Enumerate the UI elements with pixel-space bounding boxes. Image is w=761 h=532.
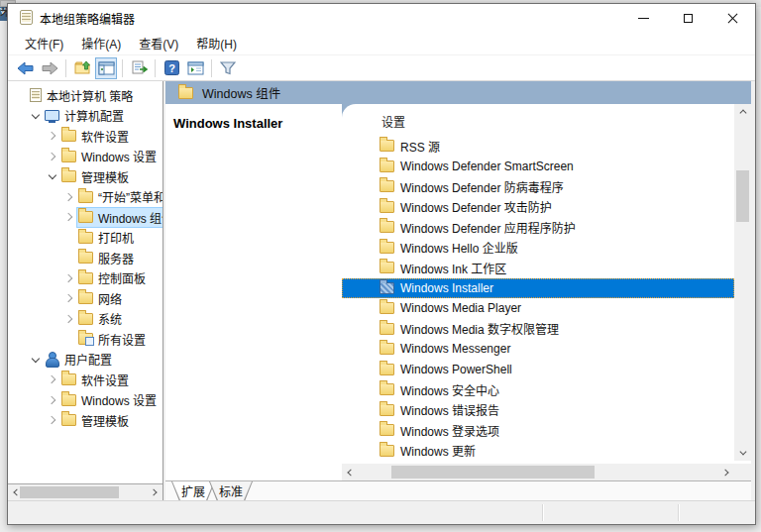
expander-chevron-icon[interactable]: [46, 414, 58, 427]
settings-list-item[interactable]: Windows Hello 企业版: [342, 238, 734, 259]
expander-chevron-icon[interactable]: [62, 292, 75, 305]
settings-list-item[interactable]: Windows Defender 攻击防护: [342, 197, 734, 218]
settings-list-item[interactable]: Windows PowerShell: [342, 360, 734, 380]
tree-item[interactable]: 打印机: [8, 228, 163, 249]
tree-item[interactable]: 管理模板: [8, 166, 163, 187]
expander-chevron-icon[interactable]: [62, 252, 75, 265]
expander-chevron-icon[interactable]: [29, 353, 42, 366]
settings-list-item[interactable]: Windows Media 数字权限管理: [342, 319, 734, 340]
maximize-button[interactable]: [666, 4, 710, 32]
settings-list-item[interactable]: RSS 源: [342, 136, 734, 157]
tree-item-label: 所有设置: [98, 331, 146, 348]
tree-item[interactable]: 控制面板: [8, 268, 163, 289]
folder-icon: [61, 373, 76, 385]
settings-list-item[interactable]: Windows Defender SmartScreen: [342, 157, 734, 177]
expander-chevron-icon[interactable]: [46, 373, 58, 386]
tree-item[interactable]: 本地计算机 策略: [8, 85, 163, 106]
export-list-button[interactable]: [128, 57, 150, 79]
expander-chevron-icon[interactable]: [62, 231, 75, 244]
back-button[interactable]: [15, 57, 37, 79]
settings-list-item[interactable]: Windows Defender 应用程序防护: [342, 217, 734, 238]
scroll-down-icon[interactable]: [734, 445, 751, 461]
minimize-button[interactable]: [621, 4, 666, 32]
scrollbar-thumb[interactable]: [391, 466, 595, 479]
folder-icon: [380, 160, 394, 172]
settings-list-item[interactable]: Windows Ink 工作区: [342, 258, 734, 278]
expander-chevron-icon[interactable]: [12, 89, 25, 102]
scroll-right-icon[interactable]: [147, 484, 163, 500]
expander-chevron-icon[interactable]: [46, 150, 58, 162]
settings-column-header[interactable]: 设置: [381, 113, 405, 130]
folder-icon: [380, 262, 394, 273]
status-separator: [542, 504, 543, 521]
scroll-up-icon[interactable]: [734, 104, 751, 120]
tree-item[interactable]: Windows 设置: [8, 147, 163, 167]
settings-list-item[interactable]: Windows Installer: [342, 278, 734, 299]
menu-item[interactable]: 操作(A): [72, 32, 130, 54]
settings-list-item[interactable]: Windows 登录选项: [342, 420, 734, 441]
scroll-right-icon[interactable]: [718, 464, 734, 480]
toolbar-separator: [155, 59, 156, 77]
scrollbar-corner: [734, 464, 751, 480]
expander-chevron-icon[interactable]: [62, 271, 75, 284]
tree-item[interactable]: 所有设置: [8, 329, 163, 350]
console-new-window-icon: [187, 61, 204, 75]
view-tab[interactable]: 标准: [209, 481, 253, 500]
list-horizontal-scrollbar[interactable]: [342, 464, 734, 480]
tree-item[interactable]: 系统: [8, 309, 163, 330]
tree-item-label: Windows 组件: [98, 209, 163, 226]
scrollbar-thumb[interactable]: [20, 486, 119, 498]
settings-list-item[interactable]: Windows Media Player: [342, 298, 734, 319]
expander-chevron-icon[interactable]: [46, 393, 58, 406]
close-button[interactable]: [710, 4, 755, 32]
settings-list-item[interactable]: Windows 安全中心: [342, 379, 734, 400]
filter-button[interactable]: [217, 57, 239, 79]
menu-item[interactable]: 帮助(H): [187, 32, 246, 54]
tree-item[interactable]: 计算机配置: [8, 106, 163, 127]
expander-chevron-icon[interactable]: [46, 170, 58, 183]
title-bar[interactable]: 本地组策略编辑器: [8, 4, 755, 32]
scrollbar-thumb[interactable]: [736, 170, 749, 222]
settings-list-item[interactable]: Windows Defender 防病毒程序: [342, 176, 734, 197]
expander-chevron-icon[interactable]: [29, 109, 42, 122]
settings-item-label: Windows PowerShell: [400, 363, 512, 376]
tree-item[interactable]: “开始”菜单和任务栏: [8, 187, 163, 208]
list-vertical-scrollbar[interactable]: [734, 104, 751, 461]
folder-icon: [380, 383, 394, 395]
tree-horizontal-scrollbar[interactable]: [8, 483, 163, 500]
settings-item-label: Windows Media 数字权限管理: [400, 320, 559, 337]
folder-icon: [380, 445, 394, 457]
up-one-level-button[interactable]: [71, 57, 93, 79]
settings-list-item[interactable]: Windows Messenger: [342, 339, 734, 360]
folder-icon: [380, 282, 394, 294]
menu-item[interactable]: 文件(F): [16, 32, 72, 54]
settings-list-item[interactable]: Windows 更新: [342, 441, 734, 462]
tree-item[interactable]: 管理模板: [8, 410, 163, 431]
tree-item[interactable]: Windows 组件: [8, 207, 163, 228]
tree-item[interactable]: 网络: [8, 288, 163, 309]
menu-item[interactable]: 查看(V): [130, 32, 187, 54]
export-list-icon: [131, 60, 148, 75]
scroll-left-icon[interactable]: [342, 464, 358, 480]
tree-item-label: 软件设置: [81, 128, 129, 145]
tree-item[interactable]: 软件设置: [8, 370, 163, 390]
tree-item[interactable]: 用户配置: [8, 350, 163, 371]
expander-chevron-icon[interactable]: [46, 130, 58, 143]
settings-item-label: Windows 更新: [400, 442, 476, 459]
expander-chevron-icon[interactable]: [62, 211, 75, 224]
tree-item[interactable]: 服务器: [8, 248, 163, 268]
details-pane: Windows 组件 Windows Installer 设置 RSS 源: [165, 81, 751, 500]
settings-list-item[interactable]: Windows 错误报告: [342, 400, 734, 421]
show-console-tree-button[interactable]: [95, 57, 117, 79]
folder-icon: [380, 323, 394, 335]
forward-button[interactable]: [39, 57, 60, 79]
tree-item[interactable]: Windows 设置: [8, 390, 163, 411]
toolbar-separator: [65, 59, 66, 77]
tree-item[interactable]: 软件设置: [8, 126, 163, 147]
expander-chevron-icon[interactable]: [62, 333, 75, 346]
expander-chevron-icon[interactable]: [62, 190, 75, 203]
expander-chevron-icon[interactable]: [62, 312, 75, 325]
new-window-button[interactable]: [184, 57, 206, 79]
help-button[interactable]: ?: [161, 57, 182, 79]
view-tab[interactable]: 扩展: [171, 481, 215, 500]
